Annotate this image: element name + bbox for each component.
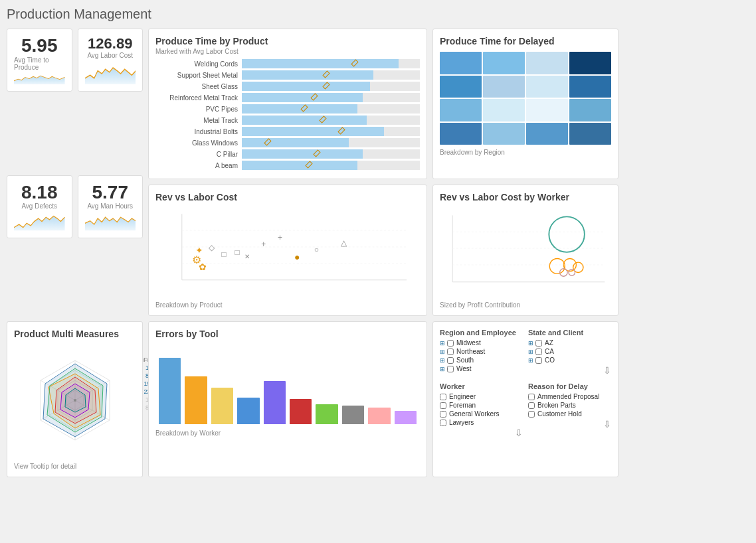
checkbox-northeast[interactable] xyxy=(447,349,454,355)
rev-labor-chart: ✦ ⚙ ✿ ◇ □ □ ✕ + + ● ○ △ xyxy=(155,204,420,297)
kpi-avg-defects: 8.18 Avg Defects xyxy=(7,175,72,238)
bar-row: Welding Cords xyxy=(155,59,420,68)
error-bar-2 xyxy=(185,376,207,424)
kpi-avg-time: 5.95 Avg Time to Produce xyxy=(7,29,72,92)
filter-lawyers: Lawyers xyxy=(440,419,523,426)
heatmap-cell xyxy=(526,123,568,145)
checkbox-ammended[interactable] xyxy=(528,394,535,400)
svg-text:✕: ✕ xyxy=(244,253,250,260)
kpi-avg-defects-label: Avg Defects xyxy=(21,202,57,210)
bar-row: Reinforced Metal Track xyxy=(155,93,420,102)
bar-row: A beam xyxy=(155,161,420,170)
rev-labor-title: Rev vs Labor Cost xyxy=(155,192,420,202)
checkbox-co[interactable] xyxy=(535,357,542,364)
kpi-avg-man-hours-value: 5.77 xyxy=(92,183,129,203)
expand-west[interactable]: ⊞ xyxy=(440,366,445,372)
error-bar-8 xyxy=(342,406,364,424)
kpi-avg-time-label: Avg Time to Produce xyxy=(14,56,65,71)
heatmap-cell xyxy=(440,76,482,98)
checkbox-foreman[interactable] xyxy=(440,402,446,409)
sparkline-avg-defects xyxy=(14,212,65,230)
product-multi-title: Product Multi Measures xyxy=(14,329,136,339)
svg-point-21 xyxy=(549,216,585,252)
error-bar-6 xyxy=(290,399,312,424)
heatmap-cell xyxy=(483,99,525,121)
filter-customer-hold: Customer Hold xyxy=(528,410,611,418)
heatmap-container xyxy=(440,52,611,145)
error-bar-9 xyxy=(368,408,390,424)
heatmap-cell xyxy=(569,99,611,121)
checkbox-az[interactable] xyxy=(535,340,542,347)
svg-marker-3 xyxy=(85,218,136,231)
expand-south[interactable]: ⊞ xyxy=(440,357,445,364)
svg-text:□: □ xyxy=(222,250,227,259)
kpi-grid: 5.95 Avg Time to Produce 126.89 Avg Labo… xyxy=(7,29,143,316)
bar-row: Support Sheet Metal xyxy=(155,70,420,80)
error-bar-5 xyxy=(264,381,286,424)
reason-delay-filter: Reason for Delay Ammended Proposal Broke… xyxy=(528,382,611,438)
rev-labor-worker-panel: Rev vs Labor Cost by Worker Sized by Pro… xyxy=(432,185,618,316)
filter-grid: Region and Employee ⊞ Midwest ⊞ Northeas… xyxy=(440,329,611,382)
radar-container xyxy=(14,341,136,460)
checkbox-lawyers[interactable] xyxy=(440,420,446,426)
svg-text:+: + xyxy=(261,240,266,249)
heatmap-cell xyxy=(526,76,568,98)
bar-row: PVC Pipes xyxy=(155,104,420,114)
kpi-avg-labor-value: 126.89 xyxy=(88,36,132,52)
checkbox-ca[interactable] xyxy=(535,349,542,355)
heatmap-cell xyxy=(526,52,568,74)
checkbox-customer-hold[interactable] xyxy=(528,411,535,418)
worker-scroll-down[interactable]: ⇩ xyxy=(440,427,523,438)
heatmap xyxy=(440,52,611,145)
bar-row: C Pillar xyxy=(155,149,420,159)
expand-midwest[interactable]: ⊞ xyxy=(440,340,445,347)
filter-co: ⊞ CO xyxy=(528,356,611,364)
checkbox-south[interactable] xyxy=(447,357,454,364)
produce-time-chart: Welding Cords Support Sheet Metal Sheet … xyxy=(155,59,420,170)
heatmap-cell xyxy=(569,52,611,74)
expand-az[interactable]: ⊞ xyxy=(528,340,533,347)
radar-chart xyxy=(22,347,128,453)
reason-scroll-down[interactable]: ⇩ xyxy=(528,419,611,429)
checkbox-general-workers[interactable] xyxy=(440,411,446,418)
errors-footer: Breakdown by Worker xyxy=(155,429,420,437)
heatmap-cell xyxy=(569,123,611,145)
worker-title: Worker xyxy=(440,382,523,390)
filter-midwest: ⊞ Midwest xyxy=(440,339,523,347)
filter-west: ⊞ West xyxy=(440,365,523,372)
filter-panel: Region and Employee ⊞ Midwest ⊞ Northeas… xyxy=(432,321,618,477)
state-scroll-down[interactable]: ⇩ xyxy=(528,365,611,376)
region-employee-title: Region and Employee xyxy=(440,329,523,337)
checkbox-engineer[interactable] xyxy=(440,394,446,400)
errors-title: Errors by Tool xyxy=(155,329,420,339)
kpi-avg-labor-label: Avg Labor Cost xyxy=(87,52,133,59)
product-multi-panel: Product Multi Measures xyxy=(7,321,143,477)
errors-chart xyxy=(159,347,417,427)
page-container: Production Management 5.95 Avg Time to P… xyxy=(0,0,756,543)
checkbox-midwest[interactable] xyxy=(447,340,454,347)
error-bar-3 xyxy=(211,388,233,424)
svg-text:✿: ✿ xyxy=(199,262,207,272)
region-employee-filter: Region and Employee ⊞ Midwest ⊞ Northeas… xyxy=(440,329,523,376)
expand-co[interactable]: ⊞ xyxy=(528,357,533,364)
expand-northeast[interactable]: ⊞ xyxy=(440,349,445,355)
svg-point-48 xyxy=(74,399,76,402)
checkbox-west[interactable] xyxy=(447,366,454,372)
error-bar-4 xyxy=(237,398,259,424)
error-bar-7 xyxy=(316,404,337,424)
error-bar-1 xyxy=(159,358,181,424)
state-client-title: State and Client xyxy=(528,329,611,337)
checkbox-broken-parts[interactable] xyxy=(528,402,535,409)
filter-foreman: Foreman xyxy=(440,402,523,409)
expand-ca[interactable]: ⊞ xyxy=(528,349,533,355)
bar-row: Metal Track xyxy=(155,116,420,125)
rev-labor-footer: Breakdown by Product xyxy=(155,301,420,309)
filter-ca: ⊞ CA xyxy=(528,348,611,355)
svg-text:○: ○ xyxy=(314,245,319,254)
filter-south: ⊞ South xyxy=(440,356,523,364)
bar-row: Industrial Bolts xyxy=(155,127,420,136)
kpi-avg-man-hours-label: Avg Man Hours xyxy=(87,202,133,210)
sparkline-avg-time xyxy=(14,74,65,84)
heatmap-cell xyxy=(483,52,525,74)
bar-row: Sheet Glass xyxy=(155,82,420,91)
